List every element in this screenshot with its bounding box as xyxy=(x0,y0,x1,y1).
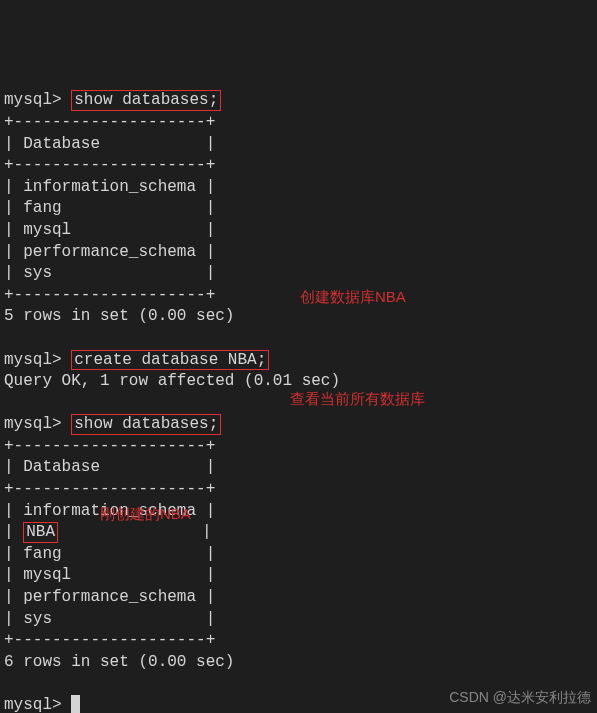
table-row: | performance_schema | xyxy=(4,243,215,261)
annotation-just-created: 刚创建的NBA xyxy=(100,504,191,524)
table-row: | performance_schema | xyxy=(4,588,215,606)
prompt: mysql> xyxy=(4,415,62,433)
result-text: 5 rows in set (0.00 sec) xyxy=(4,307,234,325)
table-header: | Database | xyxy=(4,135,215,153)
table-row: | mysql | xyxy=(4,566,215,584)
annotation-show-all: 查看当前所有数据库 xyxy=(290,389,425,409)
table-border: +--------------------+ xyxy=(4,631,215,649)
cmd-create-database: create database NBA; xyxy=(71,350,269,370)
cmd-show-databases-1: show databases; xyxy=(71,90,221,110)
cmd-show-databases-2: show databases; xyxy=(71,414,221,434)
watermark: CSDN @达米安利拉德 xyxy=(449,688,591,707)
prompt: mysql> xyxy=(4,91,62,109)
table-row: | sys | xyxy=(4,610,215,628)
table-row: | mysql | xyxy=(4,221,215,239)
table-row: | fang | xyxy=(4,545,215,563)
annotation-create-nba: 创建数据库NBA xyxy=(300,287,406,307)
table-row: | fang | xyxy=(4,199,215,217)
prompt: mysql> xyxy=(4,351,62,369)
table-pipe: | xyxy=(4,523,14,541)
prompt: mysql> xyxy=(4,696,62,713)
table-header: | Database | xyxy=(4,458,215,476)
cursor-icon xyxy=(71,695,80,713)
table-row: | sys | xyxy=(4,264,215,282)
table-border: +--------------------+ xyxy=(4,156,215,174)
nba-cell: NBA xyxy=(23,522,58,542)
query-ok-text: Query OK, 1 row affected (0.01 sec) xyxy=(4,372,340,390)
table-row: | information_schema | xyxy=(4,178,215,196)
result-text: 6 rows in set (0.00 sec) xyxy=(4,653,234,671)
table-border: +--------------------+ xyxy=(4,113,215,131)
table-border: +--------------------+ xyxy=(4,480,215,498)
table-border: +--------------------+ xyxy=(4,286,215,304)
table-row-rest: | xyxy=(58,523,212,541)
table-border: +--------------------+ xyxy=(4,437,215,455)
